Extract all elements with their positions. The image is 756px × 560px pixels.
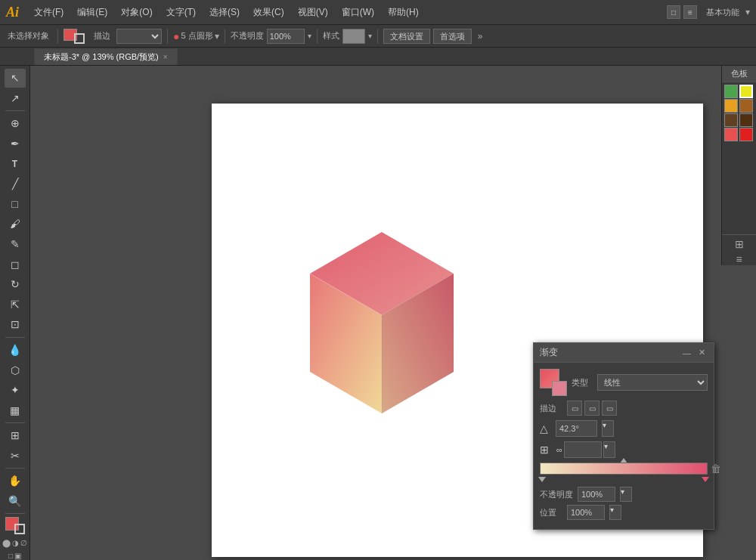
panel-btn-1[interactable]: □ [667, 5, 680, 19]
menu-object[interactable]: 对象(O) [115, 5, 158, 20]
fill-stroke-swatches[interactable] [64, 27, 85, 45]
tool-eraser[interactable]: ◻ [5, 255, 26, 274]
opacity-input[interactable] [267, 29, 305, 44]
tool-line[interactable]: ╱ [5, 175, 26, 193]
workspace-dropdown-icon[interactable]: ▾ [745, 7, 750, 17]
tool-color-mode-icon[interactable]: ⬤ [2, 539, 11, 547]
menu-help[interactable]: 帮助(H) [382, 5, 425, 20]
opacity-panel-input[interactable] [578, 487, 615, 502]
tool-scale[interactable]: ⇱ [5, 295, 26, 314]
stroke-btn-3[interactable]: ▭ [602, 401, 617, 416]
menu-select[interactable]: 选择(S) [203, 5, 246, 20]
swatch-red[interactable] [739, 128, 753, 141]
swatch-orange[interactable] [724, 99, 738, 113]
aspect-dropdown[interactable]: ▾ [603, 441, 615, 458]
panel-btn-2[interactable]: ≡ [683, 5, 697, 19]
position-dropdown[interactable]: ▾ [609, 505, 621, 520]
gradient-color-swatch-bottom[interactable] [552, 381, 567, 396]
brush-dot-icon: ● [173, 30, 179, 42]
gradient-panel-minimize[interactable]: — [680, 348, 693, 358]
menu-file[interactable]: 文件(F) [28, 5, 70, 20]
swatch-darkbrown[interactable] [724, 113, 738, 127]
tool-full-view[interactable]: ▣ [14, 552, 21, 560]
panel-libraries-icon[interactable]: ⊞ [735, 238, 744, 250]
app-logo: Ai [6, 5, 19, 20]
canvas-area[interactable]: 渐变 — ✕ 类型 线性径向任意形状 [30, 66, 756, 560]
tool-sep-4 [5, 468, 25, 469]
aspect-input[interactable] [564, 441, 602, 458]
swatch-yellow-selected[interactable] [739, 85, 753, 98]
angle-row: △ ▾ [540, 420, 708, 437]
tool-symbol[interactable]: ✦ [5, 381, 26, 400]
stroke-swatch[interactable] [74, 33, 85, 44]
tool-direct-select[interactable]: ↗ [5, 89, 26, 108]
stroke-btn-1[interactable]: ▭ [567, 401, 582, 416]
doc-settings-btn[interactable]: 文档设置 [383, 29, 430, 44]
brush-dropdown-icon[interactable]: ▾ [215, 31, 219, 42]
gradient-type-select[interactable]: 线性径向任意形状 [597, 374, 708, 391]
menu-window[interactable]: 窗口(W) [336, 5, 380, 20]
tab-close-btn[interactable]: × [163, 53, 168, 61]
toolbar-sep-2 [167, 29, 168, 44]
preferences-btn[interactable]: 首选项 [433, 29, 472, 44]
document-tab[interactable]: 未标题-3* @ 139% (RGB/预览) × [34, 48, 178, 65]
title-bar: Ai 文件(F) 编辑(E) 对象(O) 文字(T) 选择(S) 效果(C) 视… [0, 0, 756, 25]
stroke-dropdown[interactable] [116, 29, 162, 44]
position-input[interactable] [567, 505, 605, 520]
tool-rotate[interactable]: ↻ [5, 275, 26, 294]
gradient-stop-right[interactable] [702, 477, 709, 482]
tool-gradient-icon[interactable]: ◑ [12, 539, 19, 547]
tool-eyedropper[interactable]: 💧 [5, 341, 26, 360]
swatch-lightred[interactable] [724, 128, 738, 141]
style-preview[interactable] [342, 29, 365, 44]
menu-text[interactable]: 文字(T) [160, 5, 202, 20]
angle-dropdown[interactable]: ▾ [602, 420, 614, 437]
aspect-row: ⊞ ∞ ▾ [540, 441, 708, 458]
title-bar-right: □ ≡ 基本功能 ▾ [667, 5, 750, 19]
tool-pen[interactable]: ✒ [5, 135, 26, 153]
angle-icon: △ [540, 422, 548, 435]
tool-paintbrush[interactable]: 🖌 [5, 215, 26, 234]
tool-zoom[interactable]: 🔍 [5, 492, 26, 511]
angle-input[interactable] [556, 420, 597, 437]
tool-select[interactable]: ↖ [5, 69, 26, 88]
gradient-bar[interactable] [540, 463, 708, 475]
tool-type[interactable]: T [5, 154, 26, 173]
menu-edit[interactable]: 编辑(E) [71, 5, 113, 20]
brush-size-container: ● 5 点圆形 ▾ [173, 30, 219, 42]
stroke-btn-2[interactable]: ▭ [584, 401, 600, 416]
tool-pencil[interactable]: ✎ [5, 235, 26, 254]
tool-fill-stroke[interactable] [5, 517, 25, 534]
menu-effect[interactable]: 效果(C) [247, 5, 290, 20]
tool-lasso[interactable]: ⊕ [5, 114, 26, 133]
panel-options-icon[interactable]: ≡ [736, 253, 742, 265]
swatch-green[interactable] [724, 85, 738, 98]
tool-rect[interactable]: □ [5, 195, 26, 214]
stroke-row-label: 描边 [540, 403, 562, 414]
tool-none-icon[interactable]: ∅ [20, 539, 27, 547]
opacity-panel-dropdown[interactable]: ▾ [620, 487, 632, 502]
gradient-panel-close[interactable]: ✕ [696, 347, 708, 358]
swatch-brown[interactable] [739, 99, 753, 113]
style-dropdown-icon[interactable]: ▾ [368, 32, 372, 40]
tool-hand[interactable]: ✋ [5, 472, 26, 490]
tool-normal-view[interactable]: □ [8, 552, 13, 560]
tool-warp[interactable]: ⊡ [5, 315, 26, 334]
gradient-panel-title: 渐变 [540, 346, 558, 359]
more-options-icon[interactable]: » [478, 31, 483, 42]
type-label: 类型 [572, 377, 594, 388]
right-panel-icons: ⊞ ≡ [722, 234, 756, 265]
gradient-delete-btn[interactable]: 🗑 [711, 463, 721, 475]
tool-slice[interactable]: ✂ [5, 447, 26, 466]
menu-view[interactable]: 视图(V) [292, 5, 334, 20]
tool-blend[interactable]: ⬡ [5, 360, 26, 379]
gradient-stop-left[interactable] [538, 477, 546, 482]
tool-column[interactable]: ▦ [5, 401, 26, 420]
gradient-panel-header: 渐变 — ✕ [534, 343, 714, 363]
opacity-dropdown-icon[interactable]: ▾ [308, 32, 311, 40]
cube-object[interactable] [295, 217, 469, 421]
stroke-options: ▭ ▭ ▭ [567, 401, 617, 416]
gradient-swatch-stack[interactable] [540, 369, 567, 396]
tool-artboard[interactable]: ⊞ [5, 426, 26, 445]
swatch-verydarkbrown[interactable] [739, 113, 753, 127]
